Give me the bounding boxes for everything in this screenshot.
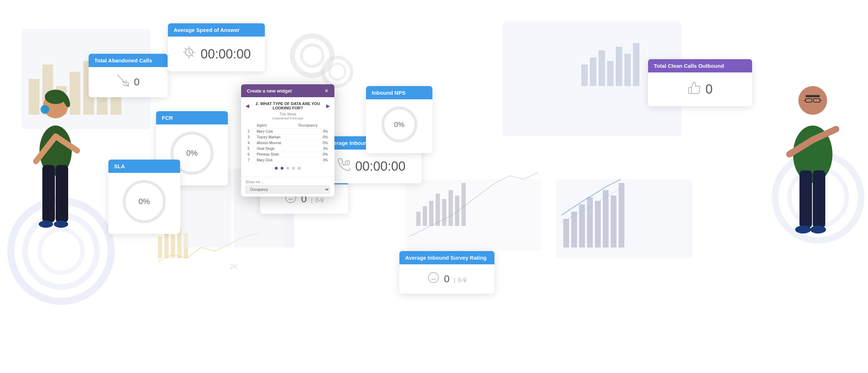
- modal-prev-button[interactable]: ◀: [245, 103, 249, 109]
- fcr-value: 0%: [186, 148, 198, 158]
- progress-dot-3: [286, 167, 289, 170]
- progress-dot-2: [281, 167, 283, 170]
- progress-dot-4: [292, 167, 295, 170]
- svg-rect-48: [56, 165, 68, 222]
- svg-rect-2: [42, 65, 53, 115]
- table-header-agent: Agent: [254, 122, 296, 129]
- inbound-nps-header: Inbound NPS: [366, 86, 432, 99]
- modal-header: Create a new widget ✕: [241, 84, 334, 97]
- sla-widget: SLA 0%: [108, 160, 180, 234]
- svg-point-82: [428, 273, 438, 283]
- svg-text:2K: 2K: [230, 263, 238, 270]
- svg-point-54: [798, 86, 827, 115]
- table-cell-agent: Phineas Shah: [254, 152, 296, 157]
- svg-rect-3: [56, 86, 67, 115]
- svg-rect-69: [171, 235, 175, 258]
- average-inbound-survey-rating-value-2: 0 | 0-9: [444, 273, 466, 285]
- progress-dot-1: [275, 167, 278, 170]
- svg-rect-38: [587, 197, 593, 247]
- table-cell-agent: Tracey Martian: [254, 134, 296, 140]
- svg-rect-16: [581, 65, 588, 86]
- modal-table: Agent Occupancy 2 Mary Cole 3% 3 Tracey …: [245, 122, 330, 163]
- table-cell-occupancy: 0%: [296, 134, 330, 140]
- svg-point-24: [789, 169, 847, 226]
- svg-point-43: [43, 93, 68, 118]
- modal-progress-dots: [245, 167, 330, 170]
- total-clean-calls-outbound-body: 0: [648, 72, 752, 106]
- sla-value: 0%: [139, 197, 150, 206]
- svg-point-53: [54, 221, 68, 228]
- total-clean-calls-outbound-value: 0: [705, 82, 713, 97]
- modal-body: ◀ 2- WHAT TYPE OF DATA ARE YOU LOOKING F…: [241, 97, 334, 177]
- svg-rect-42: [619, 183, 624, 247]
- timer-icon: [182, 45, 196, 63]
- svg-point-23: [775, 154, 861, 240]
- average-speed-of-answer-widget: Average Speed of Answer 00:00:00: [168, 23, 265, 71]
- svg-point-13: [323, 57, 352, 86]
- average-speed-of-answer-body: 00:00:00: [168, 37, 265, 71]
- inbound-nps-widget: Inbound NPS 0%: [366, 86, 432, 153]
- svg-rect-4: [70, 72, 80, 115]
- table-cell-agent: Vivid Singh: [254, 146, 296, 152]
- table-header-num: [245, 122, 254, 129]
- svg-rect-37: [579, 204, 585, 247]
- fcr-header: FCR: [156, 111, 228, 124]
- modal-title: Create a new widget: [247, 88, 292, 94]
- sla-header: SLA: [108, 160, 180, 173]
- svg-rect-68: [164, 231, 169, 258]
- svg-rect-32: [455, 195, 459, 226]
- svg-rect-22: [633, 43, 639, 86]
- table-cell-occupancy: 3%: [296, 157, 330, 163]
- table-cell-agent: Alisson Munroe: [254, 140, 296, 146]
- modal-close-button[interactable]: ✕: [324, 88, 329, 94]
- inbound-nps-donut: 0%: [381, 107, 417, 142]
- svg-point-10: [39, 230, 83, 273]
- table-header-occupancy: Occupancy: [296, 122, 330, 129]
- svg-point-12: [301, 45, 323, 66]
- svg-rect-55: [806, 95, 820, 97]
- table-cell-num: 5: [245, 146, 254, 152]
- svg-rect-47: [42, 165, 55, 222]
- total-abandoned-calls-widget: Total Abandoned Calls 0: [89, 54, 168, 97]
- occupancy-dropdown[interactable]: Occupancy: [245, 185, 330, 194]
- svg-line-64: [813, 129, 836, 140]
- svg-rect-67: [158, 237, 162, 258]
- table-cell-agent: Mary Cole: [254, 129, 296, 134]
- total-clean-calls-outbound-widget: Total Clean Calls Outbound 0: [648, 59, 752, 106]
- svg-rect-41: [611, 195, 616, 247]
- total-clean-calls-outbound-header: Total Clean Calls Outbound: [648, 59, 752, 72]
- svg-rect-39: [595, 201, 601, 247]
- svg-line-51: [56, 136, 77, 151]
- table-cell-num: 7: [245, 157, 254, 163]
- svg-rect-57: [813, 99, 820, 102]
- show-me-label: Show me ...: [245, 180, 330, 184]
- svg-rect-26: [416, 212, 421, 226]
- average-inbound-handling-time-body: 00:00:00: [321, 150, 422, 183]
- svg-point-66: [810, 226, 826, 233]
- table-cell-num: 2: [245, 129, 254, 134]
- svg-point-44: [45, 90, 66, 104]
- table-cell-agent: Mary Dick: [254, 157, 296, 163]
- modal-next-button[interactable]: ▶: [326, 103, 330, 109]
- svg-point-46: [39, 126, 72, 176]
- modal-footer: Show me ... Occupancy: [241, 177, 334, 197]
- modal-subtitle: This Week(Abandined Forecast): [245, 112, 330, 120]
- modal-nav: ◀ 2- WHAT TYPE OF DATA ARE YOU LOOKING F…: [245, 101, 330, 110]
- svg-rect-27: [423, 206, 427, 226]
- average-speed-of-answer-header: Average Speed of Answer: [168, 23, 265, 37]
- table-row: 5 Vivid Singh 3%: [245, 146, 330, 152]
- sla-donut: 0%: [123, 180, 166, 223]
- svg-rect-56: [806, 99, 812, 102]
- svg-rect-35: [563, 219, 569, 247]
- table-cell-occupancy: 3%: [296, 146, 330, 152]
- svg-rect-1: [29, 79, 39, 115]
- table-cell-occupancy: 3%: [296, 129, 330, 134]
- table-row: 3 Tracey Martian 0%: [245, 134, 330, 140]
- progress-dot-5: [298, 167, 301, 170]
- svg-point-9: [25, 215, 97, 287]
- table-row: 7 Mary Dick 3%: [245, 157, 330, 163]
- table-row: 4 Alisson Munroe 0%: [245, 140, 330, 146]
- svg-rect-19: [607, 61, 614, 86]
- svg-point-49: [41, 105, 49, 114]
- svg-rect-33: [461, 183, 466, 226]
